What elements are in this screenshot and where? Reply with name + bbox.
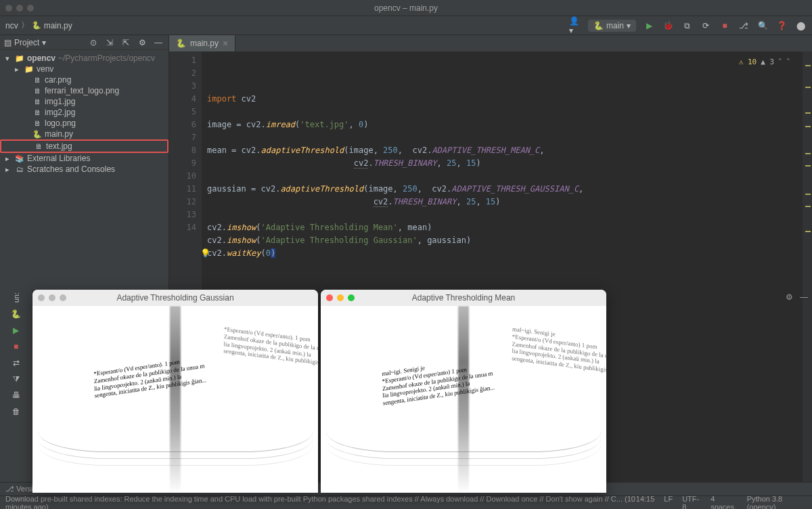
code-line-4[interactable]: [207, 131, 797, 144]
close-dot[interactable]: [326, 294, 333, 301]
close-icon[interactable]: ×: [223, 38, 228, 49]
code-line-6[interactable]: cv2.THRESH_BINARY, 25, 15): [207, 157, 797, 170]
sidebar-title: Project: [14, 38, 39, 47]
stop-icon[interactable]: ■: [14, 342, 18, 351]
tree-item-venv[interactable]: ▸📁venv: [0, 64, 168, 74]
tree-item-External-Libraries[interactable]: ▸📚External Libraries: [0, 153, 168, 164]
minimize-dot[interactable]: [337, 294, 344, 301]
code-line-11[interactable]: cv2.imshow('Adaptive Thresholding Mean',…: [207, 221, 797, 234]
status-message[interactable]: Download pre-built shared indexes: Reduc…: [5, 495, 636, 510]
status-LF[interactable]: LF: [664, 495, 673, 510]
window-title: opencv – main.py: [374, 3, 438, 13]
search-icon[interactable]: 🔍: [757, 20, 769, 32]
run-icon[interactable]: ▶: [643, 20, 655, 32]
output-title: Adaptive Thresholding Gaussian: [32, 293, 318, 303]
status-Python-3-8-opencv-[interactable]: Python 3.8 (opencv): [747, 495, 807, 510]
code-line-2[interactable]: [207, 106, 797, 118]
tree-item-logo-png[interactable]: 🗎logo.png: [0, 118, 168, 129]
code-line-12[interactable]: cv2.imshow('Adaptive Thresholding Gaussi…: [207, 234, 797, 247]
output-window-Adaptive-Thresholding-Gaussian[interactable]: Adaptive Thresholding Gaussian *Esperant…: [32, 290, 318, 493]
project-root[interactable]: ▾📁opencv~/PycharmProjects/opencv: [0, 53, 168, 64]
tree-item-main-py[interactable]: 🐍main.py: [0, 129, 168, 139]
output-titlebar[interactable]: Adaptive Thresholding Gaussian: [32, 290, 318, 306]
code-line-10[interactable]: [207, 208, 797, 221]
tree-item-img2-jpg[interactable]: 🗎img2.jpg: [0, 107, 168, 118]
add-user-icon[interactable]: 👤▾: [569, 20, 581, 32]
close-dot[interactable]: [38, 294, 45, 301]
collapse-icon[interactable]: ⇱: [120, 37, 132, 49]
python-file-icon: 🐍: [32, 21, 41, 30]
debug-icon[interactable]: 🐞: [662, 20, 674, 32]
gear-icon[interactable]: ⚙: [786, 292, 793, 302]
focus-icon[interactable]: ⊙: [87, 37, 99, 49]
filter-icon[interactable]: ⧩: [13, 374, 20, 384]
status-UTF-8[interactable]: UTF-8: [682, 495, 701, 510]
expand-icon[interactable]: ⇲: [104, 37, 116, 49]
profile-icon[interactable]: ⟳: [700, 20, 712, 32]
breadcrumb-project[interactable]: ncv 〉: [5, 20, 29, 31]
toolbar: ncv 〉 🐍 main.py 👤▾ 🐍 main ▾ ▶ 🐞 ⧉ ⟳ ■ ⎇ …: [0, 16, 812, 35]
code-line-1[interactable]: import cv2: [207, 93, 797, 106]
print-icon[interactable]: 🖶: [12, 391, 20, 400]
zoom-dot[interactable]: [27, 5, 34, 12]
editor-tabs: 🐍 main.py ×: [169, 35, 812, 51]
tab-main-py[interactable]: 🐍 main.py ×: [169, 35, 235, 51]
run-tool-label[interactable]: un:: [12, 292, 20, 303]
help-icon[interactable]: ❓: [775, 20, 788, 32]
close-dot[interactable]: [5, 5, 12, 12]
window-controls[interactable]: [5, 5, 34, 12]
chevron-down-icon[interactable]: ˅: [786, 56, 790, 68]
gear-icon[interactable]: ⚙: [136, 37, 148, 49]
minimize-dot[interactable]: [49, 294, 55, 301]
code-line-9[interactable]: cv2.THRESH_BINARY, 25, 15): [207, 196, 797, 208]
tree-item-Scratches-and-Consoles[interactable]: ▸🗂Scratches and Consoles: [0, 164, 168, 175]
code-line-5[interactable]: mean = cv2.adaptiveThreshold(image, 250,…: [207, 144, 797, 157]
status-14-15[interactable]: 14:15: [636, 495, 655, 510]
layout-icon[interactable]: ⇄: [13, 358, 20, 368]
chevron-down-icon: ▾: [627, 21, 631, 30]
status-4-spaces[interactable]: 4 spaces: [710, 495, 738, 510]
python-file-icon: 🐍: [176, 39, 186, 48]
stop-icon[interactable]: ■: [719, 20, 731, 32]
chevron-up-icon[interactable]: ˄: [778, 56, 782, 68]
git-icon[interactable]: ⎇: [738, 20, 750, 32]
hide-icon[interactable]: —: [800, 292, 808, 302]
status-bar: Download pre-built shared indexes: Reduc…: [0, 495, 812, 509]
project-tool-icon: ▤: [4, 38, 12, 47]
zoom-dot[interactable]: [60, 294, 66, 301]
output-titlebar[interactable]: Adaptive Thresholding Mean: [321, 290, 606, 306]
breadcrumb-file[interactable]: 🐍 main.py: [32, 21, 72, 30]
tree-item-img1-jpg[interactable]: 🗎img1.jpg: [0, 96, 168, 107]
minimize-dot[interactable]: [16, 5, 23, 12]
error-stripe[interactable]: [803, 51, 812, 482]
titlebar: opencv – main.py: [0, 0, 812, 16]
tree-item-text-jpg[interactable]: 🗎text.jpg: [0, 139, 168, 153]
intention-bulb-icon[interactable]: 💡: [200, 247, 210, 260]
code-line-8[interactable]: gaussian = cv2.adaptiveThreshold(image, …: [207, 183, 797, 196]
output-window-Adaptive-Thresholding-Mean[interactable]: Adaptive Thresholding Mean mal~igi. Seni…: [321, 290, 606, 493]
output-title: Adaptive Thresholding Mean: [321, 293, 606, 303]
zoom-dot[interactable]: [348, 294, 355, 301]
coverage-icon[interactable]: ⧉: [681, 20, 693, 32]
code-line-14[interactable]: cv2.waitKey(0): [207, 247, 797, 260]
python-icon: 🐍: [11, 309, 21, 319]
tree-item-ferrari_text_logo-png[interactable]: 🗎ferrari_text_logo.png: [0, 85, 168, 96]
rerun-icon[interactable]: ▶: [13, 326, 19, 335]
problem-badges[interactable]: ⚠ 10 ▲ 3 ˄ ˅: [739, 56, 790, 68]
avatar[interactable]: ⬤: [794, 20, 807, 32]
chevron-down-icon[interactable]: ▾: [42, 38, 46, 47]
python-icon: 🐍: [593, 21, 604, 30]
code-line-3[interactable]: image = cv2.imread('text.jpg', 0): [207, 118, 797, 131]
output-image: *Esperant/o (Vd esper/anto). 1 pomZamenh…: [32, 306, 318, 493]
tree-item-car-png[interactable]: 🗎car.png: [0, 74, 168, 85]
output-image: mal~igi. Senigi je*Esperant/o (Vd esper/…: [321, 306, 606, 493]
trash-icon[interactable]: 🗑: [12, 407, 20, 416]
run-tool-strip: un: 🐍 ▶ ■ ⇄ ⧩ 🖶 🗑: [0, 290, 32, 482]
hide-icon[interactable]: —: [152, 37, 164, 49]
run-config-selector[interactable]: 🐍 main ▾: [588, 20, 636, 32]
code-line-7[interactable]: [207, 170, 797, 183]
